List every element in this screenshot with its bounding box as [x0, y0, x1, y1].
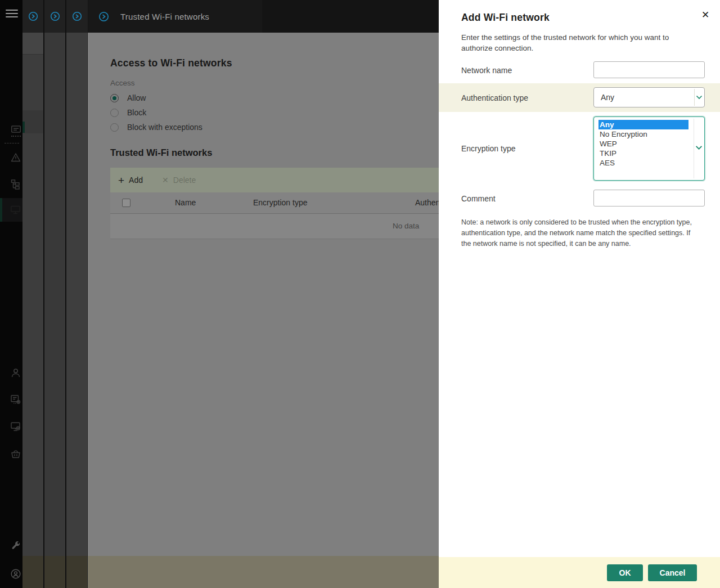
encryption-type-dropdown-open[interactable]: Any No Encryption WEP TKIP AES [593, 116, 705, 181]
cancel-button[interactable]: Cancel [648, 564, 697, 581]
dropdown-options: Any No Encryption WEP TKIP AES [598, 120, 688, 168]
comment-label: Comment [461, 190, 496, 208]
delete-label: Delete [173, 176, 196, 185]
app-window: Trusted Wi-Fi networks Access to Wi-Fi n… [0, 0, 720, 588]
select-all-checkbox[interactable] [122, 199, 130, 207]
option-aes[interactable]: AES [598, 158, 688, 168]
radio-block[interactable]: Block [110, 107, 146, 118]
drawer-edge-3 [66, 33, 87, 556]
close-icon[interactable]: ✕ [699, 8, 712, 21]
sidebar-selected-item[interactable] [0, 198, 22, 222]
drawer-edge-selected-item [22, 110, 43, 133]
drawer-divider [65, 0, 66, 588]
add-button[interactable]: + Add [118, 175, 143, 186]
option-no-encryption[interactable]: No Encryption [598, 129, 688, 139]
active-tab-title: Trusted Wi-Fi networks [120, 12, 209, 21]
option-any[interactable]: Any [598, 120, 688, 129]
panel-note: Note: a network is only considered to be… [461, 217, 700, 249]
drawer-footer-edge [22, 556, 88, 588]
encryption-type-row: Encryption type Any No Encryption WEP TK… [439, 116, 720, 181]
select-separator [694, 89, 695, 106]
radio-label: Block [127, 108, 146, 117]
dimmed-footer [88, 556, 439, 588]
comment-input[interactable] [593, 190, 705, 207]
sidebar-selected-accent [0, 198, 2, 222]
panel-title: Add Wi-Fi network [461, 12, 550, 24]
no-data-text: No data [393, 222, 419, 230]
column-header-name: Name [175, 198, 196, 207]
drawer-tab-2[interactable] [44, 0, 66, 33]
wrench-icon[interactable] [10, 540, 21, 551]
access-group-label: Access [110, 79, 135, 87]
circle-arrow-icon [50, 11, 60, 21]
alert-triangle-icon[interactable] [10, 152, 21, 163]
app-sidebar [0, 0, 22, 588]
chevron-down-icon [696, 95, 703, 100]
radio-icon [110, 109, 119, 117]
drawer-edge-2 [44, 33, 65, 556]
column-header-encryption: Encryption type [253, 198, 308, 207]
circle-arrow-icon [98, 11, 109, 22]
radio-allow[interactable]: Allow [110, 92, 146, 104]
section-heading: Trusted Wi-Fi networks [110, 147, 212, 158]
circle-arrow-icon [72, 11, 82, 21]
page-title: Access to Wi-Fi networks [110, 57, 232, 69]
close-icon: ✕ [162, 176, 169, 185]
option-wep[interactable]: WEP [598, 139, 688, 149]
radio-label: Allow [127, 93, 146, 102]
comment-row: Comment [439, 190, 720, 208]
settings-page: Access to Wi-Fi networks Access Allow Bl… [88, 33, 439, 556]
drawer-tab-1[interactable] [22, 0, 44, 33]
hamburger-menu-icon[interactable] [6, 10, 18, 17]
console-icon[interactable] [10, 124, 21, 135]
delete-button[interactable]: ✕ Delete [162, 176, 196, 185]
panel-footer: OK Cancel [439, 557, 720, 588]
network-name-label: Network name [461, 60, 512, 80]
option-tkip[interactable]: TKIP [598, 149, 688, 158]
table-toolbar: + Add ✕ Delete [110, 168, 439, 192]
active-drawer-tab[interactable]: Trusted Wi-Fi networks [88, 0, 262, 33]
hierarchy-icon[interactable] [10, 178, 21, 190]
authentication-type-label: Authentication type [461, 83, 528, 112]
ok-button[interactable]: OK [607, 564, 643, 581]
dropdown-scroll-track [694, 119, 694, 178]
marketplace-basket-icon[interactable] [10, 448, 21, 460]
add-label: Add [129, 176, 143, 185]
table-header-row: Name Encryption type Authentication type [110, 192, 439, 214]
sidebar-divider [4, 143, 19, 143]
panel-description: Enter the settings of the trusted networ… [461, 32, 687, 53]
add-wifi-network-panel: Add Wi-Fi network ✕ Enter the settings o… [439, 0, 720, 588]
table-empty-row: No data [110, 214, 439, 239]
encryption-type-label: Encryption type [461, 116, 516, 181]
authentication-type-select[interactable]: Any [593, 87, 705, 107]
selected-value: Any [601, 88, 614, 107]
monitor-gear-icon[interactable] [10, 421, 21, 432]
tasks-gear-icon[interactable] [10, 394, 21, 405]
radio-icon [110, 123, 119, 132]
console-dashes [11, 136, 21, 137]
chevron-down-icon [695, 145, 703, 150]
radio-icon [110, 94, 119, 102]
drawer-divider [43, 0, 44, 588]
authentication-type-row: Authentication type Any [439, 83, 720, 112]
circle-arrow-icon [28, 11, 38, 21]
plus-icon: + [118, 175, 124, 186]
drawer-edge-1-header [22, 33, 43, 55]
radio-label: Block with exceptions [127, 123, 202, 132]
drawer-edge-selected-accent [22, 122, 25, 133]
devices-icon [10, 204, 21, 215]
radio-block-with-exceptions[interactable]: Block with exceptions [110, 122, 202, 133]
users-icon[interactable] [10, 367, 21, 379]
drawer-tab-3[interactable] [66, 0, 88, 33]
network-name-input[interactable] [593, 61, 705, 78]
network-name-row: Network name [439, 60, 720, 80]
account-icon[interactable] [10, 568, 21, 580]
